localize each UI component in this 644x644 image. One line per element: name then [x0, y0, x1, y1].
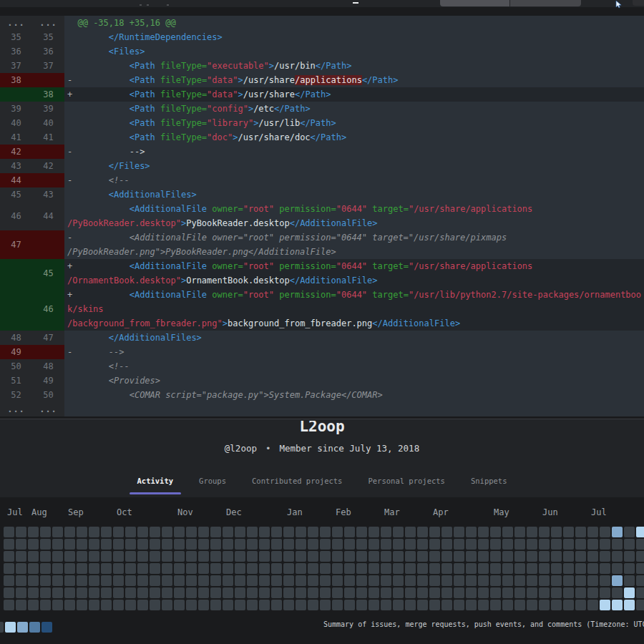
calendar-day-cell[interactable] — [235, 551, 245, 562]
calendar-day-cell[interactable] — [223, 551, 233, 562]
line-number-new[interactable]: 39 — [32, 102, 64, 116]
calendar-day-cell[interactable] — [174, 539, 185, 550]
calendar-day-cell[interactable] — [4, 527, 14, 537]
calendar-day-cell[interactable] — [393, 563, 404, 574]
calendar-day-cell[interactable] — [356, 563, 367, 574]
line-number-new[interactable] — [32, 230, 64, 259]
calendar-day-cell[interactable] — [539, 563, 550, 574]
calendar-day-cell[interactable] — [283, 563, 294, 574]
calendar-day-cell[interactable] — [381, 539, 391, 550]
calendar-day-cell[interactable] — [600, 551, 610, 562]
calendar-day-cell[interactable] — [198, 563, 209, 574]
calendar-day-cell[interactable] — [502, 551, 513, 562]
calendar-day-cell[interactable] — [417, 575, 428, 586]
calendar-day-cell[interactable] — [539, 527, 550, 537]
calendar-day-cell[interactable] — [16, 563, 26, 574]
calendar-day-cell[interactable] — [150, 527, 160, 537]
calendar-day-cell[interactable] — [393, 600, 404, 610]
calendar-day-cell[interactable] — [296, 551, 306, 562]
calendar-day-cell[interactable] — [28, 539, 39, 550]
calendar-day-cell[interactable] — [478, 587, 489, 598]
calendar-day-cell[interactable] — [198, 587, 209, 598]
line-number-old[interactable]: 40 — [0, 116, 32, 130]
calendar-day-cell[interactable] — [490, 600, 501, 610]
tab-activity[interactable]: Activity — [127, 469, 184, 494]
calendar-day-cell[interactable] — [64, 587, 75, 598]
calendar-day-cell[interactable] — [454, 527, 464, 537]
calendar-day-cell[interactable] — [40, 600, 51, 610]
calendar-day-cell[interactable] — [308, 587, 318, 598]
calendar-day-cell[interactable] — [527, 563, 537, 574]
calendar-day-cell[interactable] — [247, 551, 258, 562]
line-number-new[interactable]: 41 — [32, 130, 64, 145]
calendar-day-cell[interactable] — [137, 539, 148, 550]
calendar-day-cell[interactable] — [162, 587, 172, 598]
calendar-day-cell[interactable] — [551, 539, 562, 550]
calendar-day-cell[interactable] — [600, 563, 610, 574]
calendar-day-cell[interactable] — [40, 587, 51, 598]
calendar-day-cell[interactable] — [64, 539, 75, 550]
calendar-day-cell[interactable] — [64, 575, 75, 586]
calendar-day-cell[interactable] — [162, 563, 172, 574]
calendar-day-cell[interactable] — [454, 551, 464, 562]
line-number-old[interactable]: 41 — [0, 130, 32, 145]
calendar-day-cell[interactable] — [89, 551, 99, 562]
calendar-day-cell[interactable] — [186, 539, 197, 550]
line-number-new[interactable]: ... — [32, 402, 64, 416]
calendar-day-cell[interactable] — [393, 551, 404, 562]
calendar-day-cell[interactable] — [247, 527, 258, 537]
calendar-day-cell[interactable] — [259, 600, 270, 610]
calendar-day-cell[interactable] — [28, 575, 39, 586]
calendar-day-cell[interactable] — [502, 600, 513, 610]
calendar-day-cell[interactable] — [271, 600, 282, 610]
calendar-day-cell[interactable] — [16, 551, 26, 562]
calendar-day-cell[interactable] — [527, 551, 537, 562]
line-number-new[interactable]: 35 — [32, 30, 64, 44]
calendar-day-cell[interactable] — [356, 587, 367, 598]
calendar-day-cell[interactable] — [210, 527, 221, 537]
calendar-day-cell[interactable] — [296, 600, 306, 610]
calendar-day-cell[interactable] — [636, 600, 644, 610]
line-number-old[interactable]: 50 — [0, 359, 32, 374]
line-number-new[interactable]: 37 — [32, 59, 64, 73]
calendar-day-cell[interactable] — [52, 527, 63, 537]
calendar-day-cell[interactable] — [356, 527, 367, 537]
calendar-day-cell[interactable] — [40, 539, 51, 550]
calendar-day-cell[interactable] — [137, 600, 148, 610]
calendar-day-cell[interactable] — [28, 527, 39, 537]
calendar-day-cell[interactable] — [198, 575, 209, 586]
calendar-day-cell[interactable] — [283, 575, 294, 586]
calendar-day-cell[interactable] — [490, 563, 501, 574]
calendar-day-cell[interactable] — [514, 575, 525, 586]
calendar-day-cell[interactable] — [28, 600, 39, 610]
calendar-day-cell[interactable] — [466, 563, 477, 574]
calendar-day-cell[interactable] — [563, 587, 574, 598]
calendar-day-cell[interactable] — [28, 551, 39, 562]
calendar-day-cell[interactable] — [308, 539, 318, 550]
calendar-day-cell[interactable] — [4, 551, 14, 562]
calendar-day-cell[interactable] — [210, 563, 221, 574]
calendar-day-cell[interactable] — [551, 563, 562, 574]
calendar-day-cell[interactable] — [527, 600, 537, 610]
calendar-day-cell[interactable] — [587, 539, 598, 550]
calendar-day-cell[interactable] — [283, 551, 294, 562]
calendar-day-cell[interactable] — [137, 527, 148, 537]
calendar-day-cell-active[interactable] — [612, 600, 623, 610]
calendar-day-cell[interactable] — [575, 563, 586, 574]
calendar-day-cell[interactable] — [514, 587, 525, 598]
calendar-day-cell[interactable] — [600, 539, 610, 550]
calendar-day-cell[interactable] — [527, 575, 537, 586]
calendar-day-cell[interactable] — [210, 575, 221, 586]
line-number-new[interactable]: 44 — [32, 202, 64, 230]
calendar-day-cell[interactable] — [320, 587, 331, 598]
calendar-day-cell[interactable] — [429, 575, 440, 586]
calendar-day-cell[interactable] — [4, 575, 14, 586]
calendar-day-cell[interactable] — [636, 563, 644, 574]
calendar-day-cell[interactable] — [587, 551, 598, 562]
calendar-day-cell[interactable] — [162, 575, 172, 586]
calendar-day-cell[interactable] — [40, 551, 51, 562]
line-number-new[interactable]: 47 — [32, 331, 64, 345]
calendar-day-cell[interactable] — [113, 575, 124, 586]
calendar-day-cell[interactable] — [259, 527, 270, 537]
line-number-old[interactable]: 47 — [0, 230, 32, 259]
